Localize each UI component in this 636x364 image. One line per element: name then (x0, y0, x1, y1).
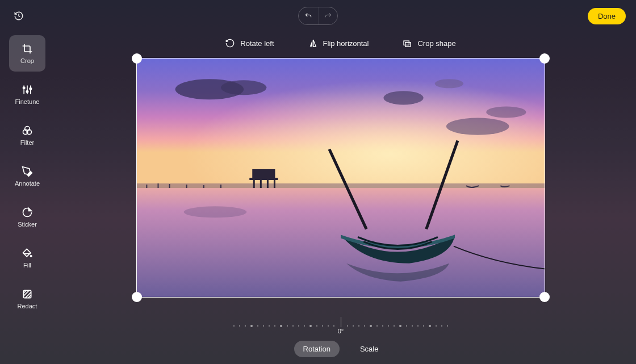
undo-button[interactable] (299, 7, 318, 24)
three-circles-icon (22, 125, 33, 136)
svg-point-4 (26, 90, 28, 92)
tool-annotate[interactable]: Annotate (9, 158, 45, 194)
transform-tabs: Rotation Scale (57, 341, 625, 357)
redo-button[interactable] (318, 7, 337, 24)
sliders-icon (22, 84, 33, 95)
crop-icon (22, 43, 33, 55)
ticks-left (233, 325, 334, 327)
bucket-icon (22, 248, 33, 259)
rotation-angle-label: 0° (338, 328, 344, 334)
crop-actions: Rotate left Flip horizontal Crop shape (57, 35, 625, 51)
slider-center-mark: 0° (338, 317, 344, 334)
crop-handle-bottom-right[interactable] (539, 292, 550, 302)
tool-label: Fill (23, 262, 31, 269)
rotation-slider[interactable]: 0° (57, 317, 625, 334)
svg-point-5 (30, 87, 31, 89)
tool-sidebar: Crop Finetune Filter Annotate Sticker Fi… (9, 35, 45, 317)
tool-label: Finetune (15, 98, 40, 105)
flip-horizontal-button[interactable]: Flip horizontal (308, 39, 369, 48)
tool-label: Crop (20, 57, 34, 64)
action-label: Rotate left (240, 39, 274, 48)
crop-handle-top-right[interactable] (539, 53, 550, 64)
crop-handle-bottom-left[interactable] (132, 292, 142, 302)
crop-shape-icon (403, 39, 412, 48)
tool-fill[interactable]: Fill (9, 240, 45, 276)
tool-filter[interactable]: Filter (9, 117, 45, 153)
history-button[interactable] (10, 7, 27, 24)
action-label: Crop shape (417, 39, 455, 48)
svg-point-9 (30, 255, 31, 257)
tool-finetune[interactable]: Finetune (9, 76, 45, 112)
rotate-left-button[interactable]: Rotate left (225, 39, 274, 48)
top-bar: Done (0, 0, 636, 32)
tab-rotation[interactable]: Rotation (294, 341, 340, 357)
tool-sticker[interactable]: Sticker (9, 199, 45, 235)
crop-handle-top-left[interactable] (132, 53, 142, 64)
canvas-area (132, 53, 550, 302)
pen-icon (22, 166, 33, 177)
undo-redo-group (298, 7, 338, 25)
svg-rect-16 (405, 43, 411, 47)
redo-icon (324, 12, 332, 20)
crop-frame[interactable] (136, 58, 545, 298)
done-button[interactable]: Done (588, 8, 626, 24)
flip-horizontal-icon (308, 39, 317, 48)
crop-shape-button[interactable]: Crop shape (403, 39, 455, 48)
history-icon (14, 11, 24, 21)
tool-label: Sticker (18, 221, 37, 228)
rotate-left-icon (225, 39, 235, 48)
tool-redact[interactable]: Redact (9, 281, 45, 317)
svg-point-3 (23, 87, 25, 89)
tool-label: Filter (20, 139, 34, 146)
tool-crop[interactable]: Crop (9, 35, 45, 72)
tool-label: Redact (18, 303, 37, 309)
hatch-icon (22, 288, 33, 300)
tab-scale[interactable]: Scale (351, 341, 388, 357)
svg-rect-15 (404, 41, 409, 45)
ticks-right (347, 325, 448, 327)
undo-icon (304, 12, 312, 20)
tool-label: Annotate (15, 180, 40, 187)
sticker-icon (22, 207, 33, 218)
action-label: Flip horizontal (323, 39, 369, 48)
